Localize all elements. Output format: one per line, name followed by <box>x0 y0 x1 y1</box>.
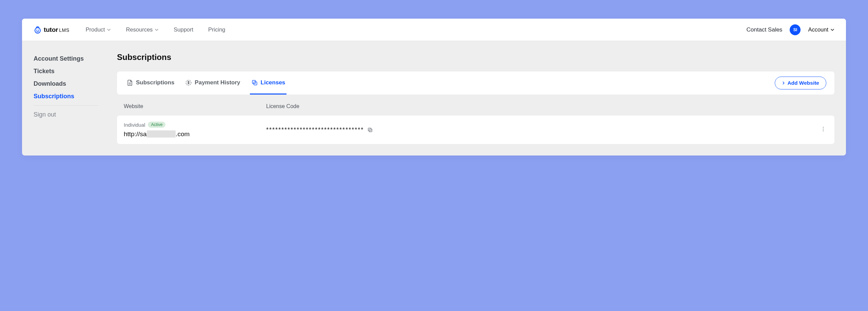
svg-point-8 <box>823 127 824 128</box>
chevron-down-icon <box>830 28 834 32</box>
license-row: Individual Active http://saxxxxxxxxx.com… <box>117 116 834 144</box>
account-dropdown[interactable]: Account <box>808 26 834 33</box>
chevron-down-icon <box>107 28 111 32</box>
sidebar-item-sign-out[interactable]: Sign out <box>34 108 98 121</box>
copy-license-button[interactable] <box>367 127 373 133</box>
tab-subscriptions[interactable]: Subscriptions <box>125 71 176 95</box>
sidebar-item-subscriptions[interactable]: Subscriptions <box>34 90 98 103</box>
logo-text: tutorLMS <box>44 26 70 34</box>
tab-label: Licenses <box>261 79 285 86</box>
sidebar-item-account-settings[interactable]: Account Settings <box>34 53 98 65</box>
dollar-circle-icon <box>185 79 192 86</box>
add-website-button[interactable]: Add Website <box>775 77 826 89</box>
plan-name: Individual <box>124 122 145 128</box>
tabs-card: Subscriptions Payment History Licenses A… <box>117 71 834 95</box>
chevron-down-icon <box>155 28 159 32</box>
logo[interactable]: tutorLMS <box>34 26 70 34</box>
svg-point-0 <box>35 28 40 33</box>
button-label: Add Website <box>787 80 819 86</box>
nav-primary: Product Resources Support Pricing <box>86 26 225 33</box>
status-badge: Active <box>148 122 165 128</box>
nav-item-resources[interactable]: Resources <box>126 26 159 33</box>
svg-point-9 <box>823 129 824 130</box>
page-title: Subscriptions <box>117 53 834 62</box>
column-header-website: Website <box>124 103 266 109</box>
copy-icon <box>367 127 373 133</box>
nav-item-support[interactable]: Support <box>174 26 193 33</box>
svg-point-10 <box>823 130 824 131</box>
license-website-cell: Individual Active http://saxxxxxxxxx.com <box>124 122 266 138</box>
nav-secondary: Contact Sales SI Account <box>747 24 834 35</box>
sidebar-item-downloads[interactable]: Downloads <box>34 78 98 90</box>
tab-label: Subscriptions <box>136 79 174 86</box>
svg-rect-6 <box>369 129 372 132</box>
nav-label: Resources <box>126 26 153 33</box>
nav-label: Product <box>86 26 105 33</box>
nav-item-pricing[interactable]: Pricing <box>208 26 225 33</box>
website-url: http://saxxxxxxxxx.com <box>124 130 266 138</box>
table-headers: Website License Code <box>117 95 834 116</box>
sidebar-divider <box>34 105 98 106</box>
svg-rect-7 <box>368 128 371 131</box>
account-label: Account <box>808 26 828 33</box>
tab-licenses[interactable]: Licenses <box>250 71 287 95</box>
tab-label: Payment History <box>195 79 240 86</box>
main-content: Subscriptions Subscriptions Payment Hist… <box>117 53 834 144</box>
column-header-license: License Code <box>266 103 828 109</box>
avatar[interactable]: SI <box>790 24 801 35</box>
chevron-right-icon <box>782 81 785 85</box>
license-code-masked: ******************************** <box>266 126 364 133</box>
tabs: Subscriptions Payment History Licenses <box>125 71 287 95</box>
nav-label: Pricing <box>208 26 225 33</box>
overlap-squares-icon <box>251 79 258 86</box>
nav-item-product[interactable]: Product <box>86 26 111 33</box>
logo-icon <box>34 26 42 34</box>
document-icon <box>126 79 133 86</box>
nav-label: Support <box>174 26 193 33</box>
svg-point-1 <box>36 29 37 30</box>
svg-point-2 <box>38 29 39 30</box>
more-vertical-icon <box>820 126 826 132</box>
license-code-cell: ******************************** <box>266 126 819 133</box>
sidebar: Account Settings Tickets Downloads Subsc… <box>34 53 98 121</box>
tab-payment-history[interactable]: Payment History <box>184 71 241 95</box>
contact-sales-link[interactable]: Contact Sales <box>747 26 783 33</box>
topbar: tutorLMS Product Resources Support Prici… <box>22 19 846 41</box>
row-more-button[interactable] <box>819 125 828 135</box>
sidebar-item-tickets[interactable]: Tickets <box>34 65 98 78</box>
